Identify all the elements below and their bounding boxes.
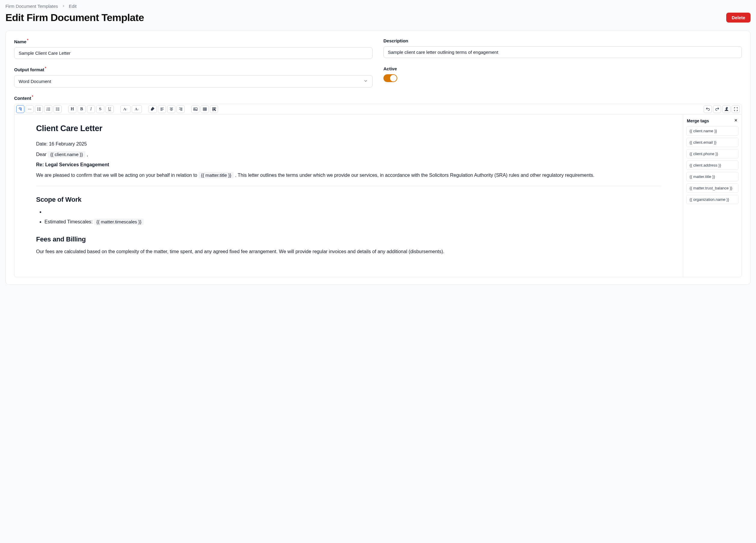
form-card: Name Description Output format Word Docu… xyxy=(5,31,751,285)
merge-tag-item[interactable]: {{ organization.name }} xyxy=(686,195,739,204)
fullscreen-icon[interactable] xyxy=(732,105,740,113)
page-title: Edit Firm Document Template xyxy=(5,12,144,23)
delete-button[interactable]: Delete xyxy=(726,13,751,23)
merge-tag-item[interactable]: {{ matter.trust_balance }} xyxy=(686,183,739,193)
strikethrough-icon[interactable]: S xyxy=(96,105,104,113)
editor-body: Client Care Letter Date: 16 February 202… xyxy=(14,115,742,277)
form-row-2: Output format Word Document Active xyxy=(14,66,742,87)
merge-tag-item[interactable]: {{ matter.title }} xyxy=(686,172,739,181)
merge-tag-item[interactable]: {{ client.email }} xyxy=(686,138,739,147)
doc-fees-body: Our fees are calculated based on the com… xyxy=(36,248,661,256)
active-label: Active xyxy=(383,66,742,71)
merge-tags-title: Merge tags xyxy=(687,118,709,123)
redo-icon[interactable] xyxy=(713,105,721,113)
svg-rect-7 xyxy=(214,108,216,109)
align-right-icon[interactable] xyxy=(177,105,185,113)
description-label: Description xyxy=(383,38,742,43)
close-icon[interactable] xyxy=(734,118,738,123)
description-group: Description xyxy=(383,38,742,59)
document-content[interactable]: Client Care Letter Date: 16 February 202… xyxy=(14,115,683,277)
doc-salutation: Dear {{ client.name }} , xyxy=(36,151,661,158)
font-increase-icon[interactable]: A↑ xyxy=(120,105,131,113)
numbered-list-icon[interactable] xyxy=(44,105,52,113)
svg-rect-10 xyxy=(215,110,216,111)
italic-icon[interactable]: I xyxy=(87,105,95,113)
merge-code: {{ matter.timescales }} xyxy=(94,219,144,225)
image-icon[interactable] xyxy=(191,105,199,113)
heading-icon[interactable]: H xyxy=(68,105,76,113)
output-format-value: Word Document xyxy=(19,79,51,84)
list-item xyxy=(45,208,661,216)
svg-rect-9 xyxy=(214,109,215,110)
font-decrease-icon[interactable]: A↓ xyxy=(132,105,142,113)
svg-rect-5 xyxy=(203,108,206,110)
highlight-icon[interactable] xyxy=(149,105,157,113)
content-group: Content H B I S U xyxy=(14,95,742,277)
breadcrumb-current: Edit xyxy=(69,4,77,9)
breadcrumb-parent-link[interactable]: Firm Document Templates xyxy=(5,4,58,9)
active-toggle[interactable] xyxy=(383,74,397,82)
output-format-select[interactable]: Word Document xyxy=(14,75,373,87)
doc-re-line: Re: Legal Services Engagement xyxy=(36,162,109,167)
align-center-icon[interactable] xyxy=(167,105,175,113)
merge-code: {{ matter.title }} xyxy=(198,172,234,178)
merge-tag-item[interactable]: {{ client.phone }} xyxy=(686,149,739,158)
underline-icon[interactable]: U xyxy=(106,105,114,113)
active-group: Active xyxy=(383,66,742,87)
editor: H B I S U A↑ A↓ xyxy=(14,104,742,277)
doc-scope-list: Estimated Timescales: {{ matter.timescal… xyxy=(36,208,661,226)
divider xyxy=(36,186,661,186)
bold-icon[interactable]: B xyxy=(78,105,86,113)
chevron-right-icon xyxy=(62,4,65,9)
clear-format-icon[interactable] xyxy=(722,105,730,113)
name-input[interactable] xyxy=(14,47,373,59)
merge-tags-list: {{ client.name }}{{ client.email }}{{ cl… xyxy=(686,126,739,204)
task-list-icon[interactable] xyxy=(54,105,62,113)
svg-point-2 xyxy=(37,110,38,110)
name-group: Name xyxy=(14,38,373,59)
doc-date: Date: 16 February 2025 xyxy=(36,140,661,148)
toggle-knob xyxy=(390,75,397,81)
merge-tags-icon[interactable] xyxy=(210,105,218,113)
align-left-icon[interactable] xyxy=(158,105,166,113)
undo-icon[interactable] xyxy=(704,105,712,113)
list-item: Estimated Timescales: {{ matter.timescal… xyxy=(45,218,661,226)
output-format-group: Output format Word Document xyxy=(14,66,373,87)
merge-tag-item[interactable]: {{ client.name }} xyxy=(686,126,739,136)
toolbar-left: H B I S U A↑ A↓ xyxy=(16,105,223,113)
content-label: Content xyxy=(14,95,742,101)
merge-code: {{ client.name }} xyxy=(48,151,85,158)
svg-rect-8 xyxy=(212,109,214,111)
chevron-down-icon xyxy=(363,78,368,84)
output-format-label: Output format xyxy=(14,66,373,72)
form-row-1: Name Description xyxy=(14,38,742,59)
table-icon[interactable] xyxy=(201,105,209,113)
doc-title: Client Care Letter xyxy=(36,122,661,135)
breadcrumb: Firm Document Templates Edit xyxy=(5,4,751,9)
paragraph-icon[interactable] xyxy=(16,105,24,113)
bullet-list-icon[interactable] xyxy=(35,105,43,113)
doc-scope-heading: Scope of Work xyxy=(36,195,661,205)
merge-tags-panel: Merge tags {{ client.name }}{{ client.em… xyxy=(683,115,742,277)
description-input[interactable] xyxy=(383,46,742,58)
page-header: Edit Firm Document Template Delete xyxy=(5,12,751,23)
doc-fees-heading: Fees and Billing xyxy=(36,234,661,244)
svg-point-0 xyxy=(37,108,38,108)
editor-toolbar: H B I S U A↑ A↓ xyxy=(14,104,742,115)
toolbar-right xyxy=(704,105,740,113)
name-label: Name xyxy=(14,38,373,44)
merge-tag-item[interactable]: {{ client.address }} xyxy=(686,161,739,170)
horizontal-rule-icon[interactable] xyxy=(26,105,34,113)
svg-rect-6 xyxy=(212,108,214,109)
doc-intro: We are pleased to confirm that we will b… xyxy=(36,172,661,179)
